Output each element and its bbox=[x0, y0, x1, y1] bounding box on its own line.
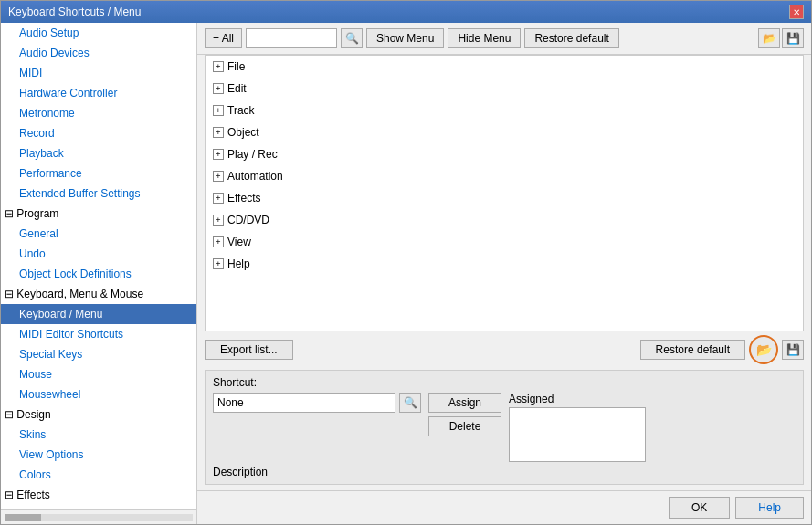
title-bar: Keyboard Shortcuts / Menu ✕ bbox=[1, 1, 811, 23]
window-title: Keyboard Shortcuts / Menu bbox=[8, 5, 141, 18]
tree-item-keyboard-menu[interactable]: Keyboard / Menu bbox=[1, 304, 196, 324]
tree-item-skins[interactable]: Skins bbox=[1, 425, 196, 445]
expand-icon-file[interactable]: + bbox=[213, 61, 224, 72]
menu-item-automation[interactable]: + Automation bbox=[206, 165, 803, 187]
menu-item-help-label: Help bbox=[227, 256, 250, 272]
main-window: Keyboard Shortcuts / Menu ✕ Audio Setup … bbox=[0, 0, 812, 525]
tree-item-general[interactable]: General bbox=[1, 224, 196, 244]
menu-item-track-label: Track bbox=[227, 102, 255, 119]
tree-item-mousewheel[interactable]: Mousewheel bbox=[1, 384, 196, 404]
menu-item-automation-label: Automation bbox=[227, 168, 283, 184]
menu-tree-area[interactable]: + File + Edit + Track + Object + Play bbox=[205, 55, 804, 331]
tree-category-design: ⊟ Design bbox=[1, 404, 196, 425]
menu-item-track[interactable]: + Track bbox=[206, 100, 803, 121]
menu-item-cd-dvd[interactable]: + CD/DVD bbox=[206, 209, 803, 231]
tree-category-effects: ⊟ Effects bbox=[1, 485, 196, 505]
assigned-box: Assigned bbox=[509, 393, 646, 462]
help-button[interactable]: Help bbox=[735, 497, 804, 519]
restore-default-top-button[interactable]: Restore default bbox=[524, 28, 618, 48]
search-icon-button[interactable]: 🔍 bbox=[341, 28, 363, 48]
save-file-button[interactable]: 💾 bbox=[782, 28, 804, 48]
expand-icon-cd-dvd[interactable]: + bbox=[213, 215, 224, 226]
expand-icon-effects[interactable]: + bbox=[213, 193, 224, 204]
bottom-section: Export list... Restore default 📂 💾 Short… bbox=[197, 331, 811, 490]
description-label: Description bbox=[213, 466, 796, 478]
shortcut-input-group: 🔍 bbox=[213, 393, 421, 413]
restore-default-bottom-button[interactable]: Restore default bbox=[640, 340, 745, 360]
menu-item-edit-label: Edit bbox=[227, 80, 247, 97]
tree-item-midi[interactable]: MIDI bbox=[1, 63, 196, 83]
action-buttons: Assign Delete bbox=[428, 393, 501, 436]
scrollbar-track bbox=[5, 514, 193, 521]
tree-item-midi-editor-shortcuts[interactable]: MIDI Editor Shortcuts bbox=[1, 324, 196, 344]
menu-item-file-label: File bbox=[227, 58, 245, 75]
menu-item-view-label: View bbox=[227, 234, 251, 250]
horizontal-scrollbar[interactable] bbox=[1, 509, 196, 524]
right-panel: + All 🔍 Show Menu Hide Menu Restore defa… bbox=[197, 23, 811, 524]
menu-item-play-rec-label: Play / Rec bbox=[227, 146, 278, 163]
shortcut-row: 🔍 Assign Delete Assigned bbox=[213, 393, 796, 462]
tree-item-performance[interactable]: Performance bbox=[1, 163, 196, 184]
menu-item-effects-label: Effects bbox=[227, 190, 260, 206]
toolbar-file-icons: 📂 💾 bbox=[758, 28, 804, 48]
left-panel: Audio Setup Audio Devices MIDI Hardware … bbox=[1, 23, 197, 524]
expand-icon-automation[interactable]: + bbox=[213, 171, 224, 182]
tree-item-playback[interactable]: Playback bbox=[1, 143, 196, 163]
export-list-button[interactable]: Export list... bbox=[205, 340, 293, 360]
tree-item-hardware-controller[interactable]: Hardware Controller bbox=[1, 83, 196, 103]
expand-icon-play-rec[interactable]: + bbox=[213, 149, 224, 160]
settings-tree[interactable]: Audio Setup Audio Devices MIDI Hardware … bbox=[1, 23, 196, 509]
search-input[interactable] bbox=[246, 28, 337, 48]
tree-item-metronome[interactable]: Metronome bbox=[1, 103, 196, 123]
tree-item-special-keys[interactable]: Special Keys bbox=[1, 344, 196, 364]
export-row: Export list... Restore default 📂 💾 bbox=[205, 335, 804, 364]
all-button[interactable]: + All bbox=[205, 28, 242, 48]
top-toolbar: + All 🔍 Show Menu Hide Menu Restore defa… bbox=[197, 23, 811, 55]
footer: OK Help bbox=[197, 490, 811, 524]
menu-item-edit[interactable]: + Edit bbox=[206, 78, 803, 100]
shortcut-section: Shortcut: 🔍 Assign Delete Assigned bbox=[205, 370, 804, 485]
assigned-area bbox=[509, 407, 646, 462]
tree-item-undo[interactable]: Undo bbox=[1, 244, 196, 264]
close-button[interactable]: ✕ bbox=[789, 5, 804, 19]
open-file-circle-button[interactable]: 📂 bbox=[749, 335, 778, 364]
menu-item-effects[interactable]: + Effects bbox=[206, 187, 803, 209]
menu-item-object[interactable]: + Object bbox=[206, 121, 803, 143]
tree-item-record[interactable]: Record bbox=[1, 123, 196, 143]
shortcut-search-icon[interactable]: 🔍 bbox=[399, 393, 421, 413]
menu-item-cd-dvd-label: CD/DVD bbox=[227, 212, 269, 228]
assigned-label: Assigned bbox=[509, 393, 646, 405]
assign-button[interactable]: Assign bbox=[428, 393, 501, 413]
expand-icon-edit[interactable]: + bbox=[213, 83, 224, 94]
shortcut-label: Shortcut: bbox=[213, 376, 796, 389]
tree-item-mouse[interactable]: Mouse bbox=[1, 364, 196, 384]
menu-item-file[interactable]: + File bbox=[206, 56, 803, 78]
tree-item-audio-setup[interactable]: Audio Setup bbox=[1, 23, 196, 43]
tree-item-extended-buffer[interactable]: Extended Buffer Settings bbox=[1, 184, 196, 204]
tree-category-program: ⊟ Program bbox=[1, 204, 196, 224]
tree-item-colors[interactable]: Colors bbox=[1, 465, 196, 485]
shortcut-value-input[interactable] bbox=[213, 393, 395, 413]
main-content: Audio Setup Audio Devices MIDI Hardware … bbox=[1, 23, 811, 524]
menu-item-object-label: Object bbox=[227, 124, 259, 141]
delete-button[interactable]: Delete bbox=[428, 416, 501, 436]
show-menu-button[interactable]: Show Menu bbox=[366, 28, 444, 48]
ok-button[interactable]: OK bbox=[669, 497, 730, 519]
hide-menu-button[interactable]: Hide Menu bbox=[448, 28, 521, 48]
tree-category-keyboard-menu-mouse: ⊟ Keyboard, Menu & Mouse bbox=[1, 284, 196, 304]
menu-item-help[interactable]: + Help bbox=[206, 253, 803, 275]
scrollbar-thumb bbox=[5, 514, 41, 521]
expand-icon-view[interactable]: + bbox=[213, 236, 224, 247]
expand-icon-help[interactable]: + bbox=[213, 258, 224, 269]
tree-item-view-options[interactable]: View Options bbox=[1, 445, 196, 465]
expand-icon-track[interactable]: + bbox=[213, 105, 224, 116]
open-file-button[interactable]: 📂 bbox=[758, 28, 780, 48]
tree-item-audio-devices[interactable]: Audio Devices bbox=[1, 43, 196, 63]
expand-icon-object[interactable]: + bbox=[213, 127, 224, 138]
save-file-bottom-button[interactable]: 💾 bbox=[782, 340, 804, 360]
menu-item-play-rec[interactable]: + Play / Rec bbox=[206, 143, 803, 165]
tree-item-object-lock[interactable]: Object Lock Definitions bbox=[1, 264, 196, 284]
menu-item-view[interactable]: + View bbox=[206, 231, 803, 253]
